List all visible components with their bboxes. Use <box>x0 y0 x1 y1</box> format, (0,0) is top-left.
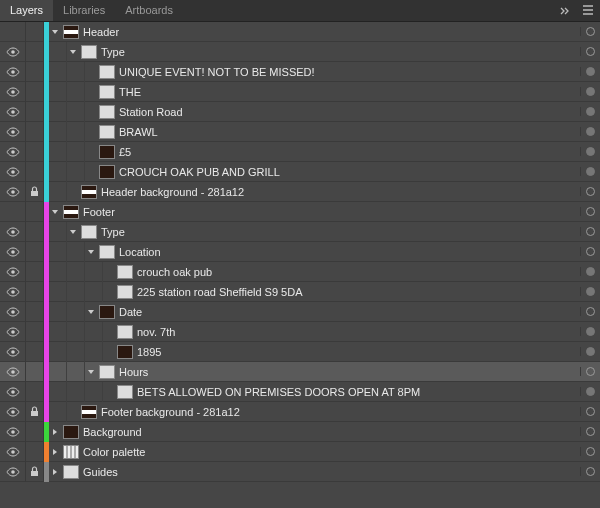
lock-toggle[interactable] <box>26 22 44 42</box>
layer-label[interactable]: Type <box>101 46 580 58</box>
visibility-toggle[interactable] <box>0 402 26 422</box>
panel-menu-icon[interactable] <box>582 5 594 17</box>
selection-indicator[interactable] <box>580 87 600 96</box>
selection-indicator[interactable] <box>580 347 600 356</box>
selection-indicator[interactable] <box>580 147 600 156</box>
selection-indicator[interactable] <box>580 427 600 436</box>
layer-row[interactable]: Background <box>0 422 600 442</box>
layer-label[interactable]: Footer background - 281a12 <box>101 406 580 418</box>
visibility-toggle[interactable] <box>0 182 26 202</box>
lock-toggle[interactable] <box>26 342 44 362</box>
visibility-toggle[interactable] <box>0 162 26 182</box>
selection-indicator[interactable] <box>580 107 600 116</box>
visibility-toggle[interactable] <box>0 442 26 462</box>
visibility-toggle[interactable] <box>0 282 26 302</box>
disclosure-triangle[interactable] <box>85 308 97 316</box>
layer-label[interactable]: 225 station road Sheffield S9 5DA <box>137 286 580 298</box>
layer-row[interactable]: Date <box>0 302 600 322</box>
lock-toggle[interactable] <box>26 362 44 382</box>
layer-row[interactable]: CROUCH OAK PUB AND GRILL <box>0 162 600 182</box>
layer-row[interactable]: Guides <box>0 462 600 482</box>
tab-artboards[interactable]: Artboards <box>115 0 183 21</box>
layer-label[interactable]: BETS ALLOWED ON PREMISES DOORS OPEN AT 8… <box>137 386 580 398</box>
layer-row[interactable]: 225 station road Sheffield S9 5DA <box>0 282 600 302</box>
layer-row[interactable]: £5 <box>0 142 600 162</box>
disclosure-triangle[interactable] <box>67 228 79 236</box>
visibility-toggle[interactable] <box>0 62 26 82</box>
layer-label[interactable]: UNIQUE EVENT! NOT TO BE MISSED! <box>119 66 580 78</box>
lock-toggle[interactable] <box>26 382 44 402</box>
lock-toggle[interactable] <box>26 242 44 262</box>
disclosure-triangle[interactable] <box>49 28 61 36</box>
layer-row[interactable]: Footer background - 281a12 <box>0 402 600 422</box>
lock-toggle[interactable] <box>26 62 44 82</box>
selection-indicator[interactable] <box>580 167 600 176</box>
panel-expand-icon[interactable] <box>560 5 576 17</box>
layer-label[interactable]: Background <box>83 426 580 438</box>
layer-row[interactable]: Station Road <box>0 102 600 122</box>
lock-toggle[interactable] <box>26 202 44 222</box>
layer-label[interactable]: crouch oak pub <box>137 266 580 278</box>
disclosure-triangle[interactable] <box>85 368 97 376</box>
disclosure-triangle[interactable] <box>49 468 61 476</box>
disclosure-triangle[interactable] <box>49 448 61 456</box>
visibility-toggle[interactable] <box>0 362 26 382</box>
disclosure-triangle[interactable] <box>67 48 79 56</box>
layer-label[interactable]: BRAWL <box>119 126 580 138</box>
lock-toggle[interactable] <box>26 302 44 322</box>
layer-label[interactable]: 1895 <box>137 346 580 358</box>
layer-row[interactable]: Footer <box>0 202 600 222</box>
lock-toggle[interactable] <box>26 222 44 242</box>
lock-toggle[interactable] <box>26 262 44 282</box>
layer-label[interactable]: Station Road <box>119 106 580 118</box>
layer-row[interactable]: Color palette <box>0 442 600 462</box>
visibility-toggle[interactable] <box>0 82 26 102</box>
lock-toggle[interactable] <box>26 42 44 62</box>
lock-toggle[interactable] <box>26 282 44 302</box>
layer-row[interactable]: Hours <box>0 362 600 382</box>
layer-label[interactable]: Hours <box>119 366 580 378</box>
selection-indicator[interactable] <box>580 327 600 336</box>
lock-toggle[interactable] <box>26 402 44 422</box>
visibility-toggle[interactable] <box>0 242 26 262</box>
layer-label[interactable]: Color palette <box>83 446 580 458</box>
tab-layers[interactable]: Layers <box>0 0 53 21</box>
visibility-toggle[interactable] <box>0 322 26 342</box>
selection-indicator[interactable] <box>580 247 600 256</box>
disclosure-triangle[interactable] <box>85 248 97 256</box>
visibility-toggle[interactable] <box>0 102 26 122</box>
lock-toggle[interactable] <box>26 162 44 182</box>
layer-row[interactable]: Type <box>0 42 600 62</box>
lock-toggle[interactable] <box>26 182 44 202</box>
selection-indicator[interactable] <box>580 367 600 376</box>
layer-row[interactable]: Type <box>0 222 600 242</box>
visibility-toggle[interactable] <box>0 462 26 482</box>
selection-indicator[interactable] <box>580 307 600 316</box>
tab-libraries[interactable]: Libraries <box>53 0 115 21</box>
layer-label[interactable]: Header <box>83 26 580 38</box>
layer-row[interactable]: UNIQUE EVENT! NOT TO BE MISSED! <box>0 62 600 82</box>
layer-label[interactable]: Date <box>119 306 580 318</box>
layer-row[interactable]: BRAWL <box>0 122 600 142</box>
layer-label[interactable]: THE <box>119 86 580 98</box>
visibility-toggle[interactable] <box>0 382 26 402</box>
selection-indicator[interactable] <box>580 127 600 136</box>
lock-toggle[interactable] <box>26 122 44 142</box>
layer-label[interactable]: £5 <box>119 146 580 158</box>
visibility-toggle[interactable] <box>0 122 26 142</box>
lock-toggle[interactable] <box>26 462 44 482</box>
selection-indicator[interactable] <box>580 187 600 196</box>
selection-indicator[interactable] <box>580 267 600 276</box>
selection-indicator[interactable] <box>580 227 600 236</box>
visibility-toggle[interactable] <box>0 222 26 242</box>
layer-row[interactable]: nov. 7th <box>0 322 600 342</box>
layer-label[interactable]: Location <box>119 246 580 258</box>
layer-row[interactable]: THE <box>0 82 600 102</box>
disclosure-triangle[interactable] <box>49 208 61 216</box>
visibility-toggle[interactable] <box>0 262 26 282</box>
lock-toggle[interactable] <box>26 422 44 442</box>
layer-row[interactable]: crouch oak pub <box>0 262 600 282</box>
visibility-toggle[interactable] <box>0 202 26 222</box>
visibility-toggle[interactable] <box>0 22 26 42</box>
selection-indicator[interactable] <box>580 207 600 216</box>
